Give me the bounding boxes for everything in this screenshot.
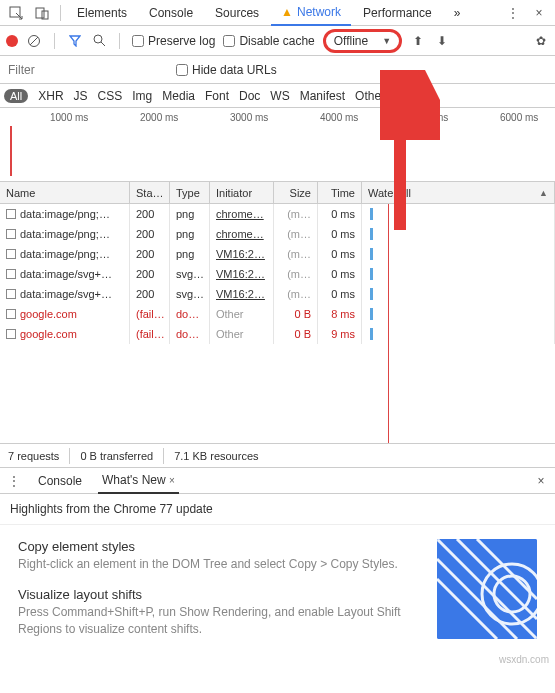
whatsnew-content: Copy element styles Right-click an eleme… xyxy=(0,525,555,665)
cell-initiator[interactable]: chrome… xyxy=(210,204,274,224)
tl-tick: 6000 ms xyxy=(500,112,538,123)
table-row[interactable]: data:image/png;…200pngVM16:2…(m…0 ms xyxy=(0,244,555,264)
cell-initiator[interactable]: Other xyxy=(210,304,274,324)
drawer-tab-console[interactable]: Console xyxy=(34,469,86,493)
tl-tick: 3000 ms xyxy=(230,112,268,123)
table-row[interactable]: data:image/svg+…200svg…VM16:2…(m…0 ms xyxy=(0,284,555,304)
divider xyxy=(163,448,164,464)
cell-initiator[interactable]: VM16:2… xyxy=(210,264,274,284)
type-all[interactable]: All xyxy=(4,89,28,103)
network-toolbar: Preserve log Disable cache Offline ▼ ⬆ ⬇… xyxy=(0,26,555,56)
kebab-icon[interactable]: ⋮ xyxy=(501,1,525,25)
file-icon xyxy=(6,249,16,259)
throttle-selector[interactable]: Offline ▼ xyxy=(323,29,402,53)
table-row[interactable]: google.com(fail…do…Other0 B9 ms xyxy=(0,324,555,344)
tab-elements[interactable]: Elements xyxy=(67,1,137,25)
record-button[interactable] xyxy=(6,35,18,47)
status-resources: 7.1 KB resources xyxy=(174,450,258,462)
type-manifest[interactable]: Manifest xyxy=(300,89,345,103)
cell-initiator[interactable]: VM16:2… xyxy=(210,284,274,304)
cell-name: data:image/svg+… xyxy=(0,284,130,304)
type-xhr[interactable]: XHR xyxy=(38,89,63,103)
cell-size: (m… xyxy=(274,204,318,224)
cell-name: data:image/png;… xyxy=(0,204,130,224)
inspect-icon[interactable] xyxy=(4,1,28,25)
cell-size: 0 B xyxy=(274,324,318,344)
tabs-more[interactable]: » xyxy=(444,1,471,25)
cell-size: (m… xyxy=(274,264,318,284)
tab-console[interactable]: Console xyxy=(139,1,203,25)
col-type[interactable]: Type xyxy=(170,182,210,203)
type-img[interactable]: Img xyxy=(132,89,152,103)
cell-time: 0 ms xyxy=(318,204,362,224)
cell-status: (fail… xyxy=(130,304,170,324)
cell-type: svg… xyxy=(170,284,210,304)
cell-waterfall xyxy=(362,204,555,224)
warning-icon: ▲ xyxy=(281,5,293,19)
col-status[interactable]: Sta… xyxy=(130,182,170,203)
filter-input[interactable] xyxy=(4,59,164,81)
settings-icon[interactable]: ✿ xyxy=(533,33,549,49)
cell-initiator[interactable]: chrome… xyxy=(210,224,274,244)
col-waterfall[interactable]: Waterfall▲ xyxy=(362,182,555,203)
clear-icon[interactable] xyxy=(26,33,42,49)
filter-icon[interactable] xyxy=(67,33,83,49)
tab-performance[interactable]: Performance xyxy=(353,1,442,25)
table-row[interactable]: data:image/png;…200pngchrome…(m…0 ms xyxy=(0,224,555,244)
drawer-kebab-icon[interactable]: ⋮ xyxy=(6,473,22,489)
col-time[interactable]: Time xyxy=(318,182,362,203)
col-size[interactable]: Size xyxy=(274,182,318,203)
type-css[interactable]: CSS xyxy=(98,89,123,103)
timeline[interactable]: 1000 ms 2000 ms 3000 ms 4000 ms 5000 ms … xyxy=(0,108,555,182)
table-row[interactable]: data:image/png;…200pngchrome…(m…0 ms xyxy=(0,204,555,224)
type-other[interactable]: Other xyxy=(355,89,385,103)
cell-time: 0 ms xyxy=(318,244,362,264)
type-media[interactable]: Media xyxy=(162,89,195,103)
col-name[interactable]: Name xyxy=(0,182,130,203)
type-doc[interactable]: Doc xyxy=(239,89,260,103)
tip1-body: Right-click an element in the DOM Tree a… xyxy=(18,556,417,573)
cell-name: data:image/png;… xyxy=(0,244,130,264)
network-table-body: data:image/png;…200pngchrome…(m…0 msdata… xyxy=(0,204,555,444)
download-icon[interactable]: ⬇ xyxy=(434,33,450,49)
divider xyxy=(69,448,70,464)
status-transferred: 0 B transferred xyxy=(80,450,153,462)
preserve-log-check[interactable]: Preserve log xyxy=(132,34,215,48)
cell-type: do… xyxy=(170,324,210,344)
cell-time: 0 ms xyxy=(318,284,362,304)
file-icon xyxy=(6,209,16,219)
cell-status: (fail… xyxy=(130,324,170,344)
drawer-tabs: ⋮ Console What's New × × xyxy=(0,468,555,494)
close-icon[interactable]: × xyxy=(527,1,551,25)
cell-name: data:image/png;… xyxy=(0,224,130,244)
hide-data-urls-check[interactable]: Hide data URLs xyxy=(176,63,277,77)
col-initiator[interactable]: Initiator xyxy=(210,182,274,203)
cell-initiator[interactable]: VM16:2… xyxy=(210,244,274,264)
disable-cache-check[interactable]: Disable cache xyxy=(223,34,314,48)
tl-tick: 5000 ms xyxy=(410,112,448,123)
file-icon xyxy=(6,229,16,239)
type-ws[interactable]: WS xyxy=(270,89,289,103)
cell-time: 0 ms xyxy=(318,224,362,244)
tab-close-icon[interactable]: × xyxy=(169,475,175,486)
cell-initiator[interactable]: Other xyxy=(210,324,274,344)
hide-urls-label: Hide data URLs xyxy=(192,63,277,77)
search-icon[interactable] xyxy=(91,33,107,49)
table-row[interactable]: data:image/svg+…200svg…VM16:2…(m…0 ms xyxy=(0,264,555,284)
drawer-close-icon[interactable]: × xyxy=(533,473,549,489)
preserve-log-label: Preserve log xyxy=(148,34,215,48)
device-icon[interactable] xyxy=(30,1,54,25)
cell-type: png xyxy=(170,244,210,264)
drawer-tab-whatsnew[interactable]: What's New × xyxy=(98,468,179,494)
type-filter-bar: All XHR JS CSS Img Media Font Doc WS Man… xyxy=(0,84,555,108)
file-icon xyxy=(6,269,16,279)
table-row[interactable]: google.com(fail…do…Other0 B8 ms xyxy=(0,304,555,324)
file-icon xyxy=(6,329,16,339)
type-js[interactable]: JS xyxy=(74,89,88,103)
type-font[interactable]: Font xyxy=(205,89,229,103)
cell-time: 8 ms xyxy=(318,304,362,324)
tl-tick: 2000 ms xyxy=(140,112,178,123)
tab-sources[interactable]: Sources xyxy=(205,1,269,25)
tab-network[interactable]: ▲Network xyxy=(271,0,351,26)
upload-icon[interactable]: ⬆ xyxy=(410,33,426,49)
